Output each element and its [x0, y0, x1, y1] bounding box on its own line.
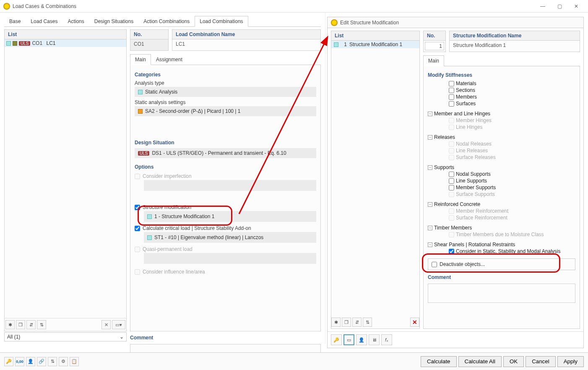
sort-desc-button[interactable]: ⇅: [37, 320, 46, 329]
releases-group[interactable]: Releases: [434, 134, 455, 140]
nodal-supports-checkbox[interactable]: [449, 172, 454, 177]
tool-5-button[interactable]: ⇅: [48, 357, 57, 366]
calculate-all-button[interactable]: Calculate All: [458, 356, 502, 367]
sm-comment-title: Comment: [428, 274, 575, 280]
no-value[interactable]: CO1: [130, 39, 168, 50]
view-mode-2-button[interactable]: 👤: [356, 334, 367, 345]
tab-load-cases[interactable]: Load Cases: [26, 16, 62, 26]
members-checkbox[interactable]: [449, 94, 454, 100]
close-button[interactable]: ✕: [568, 0, 585, 12]
view-mode-3-button[interactable]: 🖥: [369, 334, 380, 345]
analysis-type-value[interactable]: Static Analysis: [135, 87, 316, 97]
sm-list-row-1[interactable]: 1 Structure Modification 1: [331, 41, 419, 48]
member-supports-checkbox[interactable]: [449, 185, 454, 190]
units-button[interactable]: 0,00: [15, 357, 24, 366]
structure-modification-checkbox[interactable]: [135, 205, 140, 210]
maximize-button[interactable]: ▢: [551, 0, 568, 12]
sections-checkbox[interactable]: [449, 88, 454, 93]
sm-name-value[interactable]: Structure Modification 1: [450, 41, 580, 52]
new-button[interactable]: ✱: [331, 318, 341, 327]
materials-checkbox[interactable]: [449, 81, 454, 86]
subtab-assignment[interactable]: Assignment: [151, 54, 187, 65]
expand-icon[interactable]: −: [428, 112, 432, 116]
analysis-type-text: Static Analysis: [145, 89, 177, 95]
link-button[interactable]: 🔗: [37, 357, 46, 366]
tab-base[interactable]: Base: [4, 16, 26, 26]
list-item-name: LC1: [46, 40, 55, 46]
line-supports-checkbox[interactable]: [449, 178, 454, 184]
sm-no-header: No.: [424, 31, 445, 41]
function-button[interactable]: fₓ: [381, 334, 392, 345]
tab-action-combinations[interactable]: Action Combinations: [138, 16, 195, 26]
tab-design-situations[interactable]: Design Situations: [89, 16, 138, 26]
apply-button[interactable]: Apply: [557, 356, 584, 367]
name-value[interactable]: LC1: [172, 39, 320, 50]
copy-button[interactable]: ❐: [16, 320, 25, 329]
window-title: Load Cases & Combinations: [13, 3, 534, 9]
calc-critical-row[interactable]: Calculate critical load | Structure Stab…: [135, 225, 316, 231]
structure-modification-label: Structure modification: [143, 204, 191, 210]
consider-imperfection-row: Consider imperfection: [135, 173, 316, 179]
shear-panels-group[interactable]: Shear Panels | Rotational Restraints: [434, 242, 515, 248]
timber-moisture-label: Timber Members due to Moisture Class: [456, 232, 544, 237]
delete-button[interactable]: ✕: [410, 318, 419, 327]
structure-modification-value[interactable]: 1 - Structure Modification 1: [144, 211, 316, 222]
all-filter-dropdown[interactable]: All (1) ⌄: [4, 332, 127, 341]
cancel-button[interactable]: Cancel: [526, 356, 556, 367]
structure-modification-row[interactable]: Structure modification: [135, 204, 316, 210]
member-supports-label: Member Supports: [456, 185, 496, 190]
copy-button[interactable]: ❐: [342, 318, 351, 327]
subtab-main[interactable]: Main: [130, 54, 151, 65]
quasi-permanent-label: Quasi-permanent load: [143, 246, 193, 252]
new-button[interactable]: ✱: [5, 320, 15, 329]
design-situation-value[interactable]: ULS DS1 - ULS (STR/GEO) - Permanent and …: [135, 148, 316, 158]
sort-button-2[interactable]: ⇅: [363, 318, 372, 327]
delete-button[interactable]: ✕: [101, 320, 111, 329]
minimize-button[interactable]: —: [534, 0, 551, 12]
expand-icon[interactable]: −: [428, 202, 432, 207]
sort-button[interactable]: ⇵: [352, 318, 362, 327]
static-settings-label: Static analysis settings: [135, 99, 316, 105]
member-line-hinges-group[interactable]: Member and Line Hinges: [434, 111, 490, 117]
sm-tab-main[interactable]: Main: [423, 55, 444, 66]
list-header: List: [5, 30, 126, 39]
expand-icon[interactable]: −: [428, 165, 432, 170]
supports-group[interactable]: Supports: [434, 164, 454, 170]
surface-releases-checkbox: [449, 155, 454, 160]
sm-item-name: Structure Modification 1: [349, 42, 402, 47]
calc-critical-value[interactable]: ST1 - #10 | Eigenvalue method (linear) |…: [144, 232, 316, 243]
sm-comment-box[interactable]: [428, 284, 575, 303]
sm-no-value[interactable]: 1: [425, 42, 444, 50]
help-button[interactable]: 🔑: [331, 334, 342, 345]
sort-asc-button[interactable]: ⇵: [26, 320, 36, 329]
ok-button[interactable]: OK: [503, 356, 524, 367]
static-settings-value[interactable]: SA2 - Second-order (P-Δ) | Picard | 100 …: [135, 106, 316, 116]
right-window-title: Edit Structure Modification: [340, 20, 580, 26]
materials-label: Materials: [456, 81, 476, 86]
tool-6-button[interactable]: ⚙: [59, 357, 68, 366]
view-toggle-button[interactable]: ▭▾: [112, 320, 125, 329]
tab-actions[interactable]: Actions: [62, 16, 89, 26]
view-mode-1-button[interactable]: ▭: [343, 334, 354, 345]
expand-icon[interactable]: −: [428, 226, 432, 230]
calculate-button[interactable]: Calculate: [421, 356, 457, 367]
tool-3-button[interactable]: 👤: [26, 357, 35, 366]
detail-subtabs: Main Assignment: [130, 54, 321, 65]
sm-list-header: List: [331, 31, 419, 41]
timber-members-group[interactable]: Timber Members: [434, 225, 472, 231]
surfaces-checkbox[interactable]: [449, 101, 454, 107]
deactivate-row[interactable]: Deactivate objects...: [428, 258, 575, 270]
help-button[interactable]: 🔑: [4, 357, 13, 366]
influence-row: Consider influence line/area: [135, 269, 316, 275]
list-row-co1[interactable]: ULS CO1 LC1: [5, 39, 126, 47]
structure-modification-text: 1 - Structure Modification 1: [154, 214, 214, 219]
consider-static-checkbox[interactable]: [449, 249, 454, 254]
deactivate-checkbox[interactable]: [432, 262, 437, 267]
reinforced-concrete-group[interactable]: Reinforced Concrete: [434, 201, 480, 207]
expand-icon[interactable]: −: [428, 135, 432, 140]
nodal-supports-label: Nodal Supports: [456, 171, 491, 177]
calendar-button[interactable]: 📋: [70, 357, 79, 366]
calc-critical-checkbox[interactable]: [135, 226, 140, 231]
tab-load-combinations[interactable]: Load Combinations: [195, 16, 248, 27]
expand-icon[interactable]: −: [428, 242, 432, 247]
